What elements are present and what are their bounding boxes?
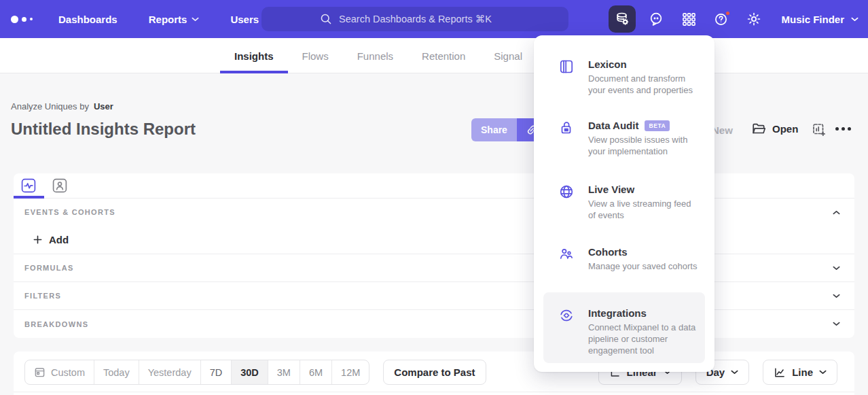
compare-to-past-button[interactable]: Compare to Past	[383, 360, 486, 385]
data-management-dropdown: Lexicon Document and transform your even…	[534, 35, 715, 372]
menu-item-description: View a live streaming feed of events	[588, 198, 698, 221]
section-events-cohorts[interactable]: EVENTS & COHORTS	[14, 199, 854, 226]
nav-item-reports[interactable]: Reports	[149, 14, 200, 25]
chart-type-label: Line	[792, 366, 813, 378]
lock-icon	[558, 120, 575, 157]
compare-label: Compare to Past	[394, 366, 475, 378]
more-options-button[interactable]	[835, 127, 851, 131]
menu-item-text: Cohorts Manage your saved cohorts	[588, 246, 697, 272]
chevron-down-icon	[833, 294, 840, 298]
section-breakdowns[interactable]: BREAKDOWNS	[14, 309, 854, 338]
chart-type-dropdown[interactable]: Line	[763, 360, 837, 385]
add-event-button[interactable]: Add	[14, 226, 854, 254]
section-label: EVENTS & COHORTS	[24, 208, 115, 216]
nav-item-users[interactable]: Users	[230, 14, 259, 25]
analyze-entity-selector[interactable]: User	[94, 101, 113, 111]
menu-item-live-view[interactable]: Live View View a live streaming feed of …	[543, 175, 705, 229]
chevron-down-icon	[731, 370, 738, 375]
menu-item-cohorts[interactable]: Cohorts Manage your saved cohorts	[543, 238, 705, 280]
app-root: Dashboards Reports Users	[0, 0, 868, 395]
chart-toolbar-panel: Custom Today Yesterday 7D 30D 3M 6M 12M …	[14, 351, 854, 395]
apps-grid-button[interactable]	[676, 7, 701, 31]
nav-item-label: Reports	[149, 14, 187, 25]
menu-item-text: Data Audit BETA View possible issues wit…	[588, 120, 698, 157]
project-switcher[interactable]: Music Finder	[781, 14, 858, 25]
range-3m[interactable]: 3M	[268, 360, 300, 384]
menu-item-title: Integrations	[588, 307, 647, 319]
menu-item-integrations[interactable]: Integrations Connect Mixpanel to a data …	[543, 292, 705, 363]
range-label: 3M	[277, 367, 291, 378]
builder-icon-tabs	[14, 173, 854, 199]
menu-item-description: View possible issues with your implement…	[588, 134, 698, 157]
chevron-down-icon	[851, 17, 858, 22]
section-filters[interactable]: FILTERS	[14, 281, 854, 309]
range-label: Today	[103, 367, 130, 378]
query-builder-panel: EVENTS & COHORTS Add FORMULAS FILTERS BR…	[14, 173, 854, 338]
tab-retention[interactable]: Retention	[408, 38, 480, 73]
nav-item-dashboards[interactable]: Dashboards	[58, 14, 117, 25]
menu-item-data-audit[interactable]: Data Audit BETA View possible issues wit…	[543, 111, 705, 165]
search-input[interactable]	[339, 14, 510, 24]
tab-flows[interactable]: Flows	[288, 38, 343, 73]
folder-icon	[751, 121, 766, 136]
lexicon-book-icon	[558, 58, 575, 96]
nav-item-label: Dashboards	[58, 14, 117, 25]
tab-signal[interactable]: Signal	[480, 38, 537, 73]
data-management-button[interactable]	[609, 5, 636, 33]
grid-icon	[682, 12, 696, 27]
board-plus-icon	[812, 122, 827, 137]
share-button[interactable]: Share	[471, 118, 517, 141]
people-icon	[558, 246, 575, 272]
chevron-down-icon	[192, 17, 199, 22]
report-title[interactable]: Untitled Insights Report	[11, 120, 196, 139]
range-custom[interactable]: Custom	[25, 360, 94, 384]
global-search[interactable]	[261, 7, 568, 31]
share-label: Share	[481, 124, 507, 135]
range-7d[interactable]: 7D	[201, 360, 232, 384]
user-icon	[52, 178, 67, 193]
range-6m[interactable]: 6M	[300, 360, 332, 384]
menu-item-title: Cohorts	[588, 246, 628, 258]
menu-item-description: Document and transform your events and p…	[588, 73, 698, 96]
tab-user-profiles[interactable]	[52, 178, 67, 193]
range-12m[interactable]: 12M	[332, 360, 369, 384]
mixpanel-logo-icon[interactable]	[11, 16, 33, 23]
messages-button[interactable]	[644, 7, 668, 31]
chat-bubble-icon	[649, 12, 664, 27]
section-formulas[interactable]: FORMULAS	[14, 254, 854, 281]
help-button[interactable]	[709, 7, 734, 31]
tab-funnels[interactable]: Funnels	[343, 38, 408, 73]
section-label: BREAKDOWNS	[24, 320, 88, 328]
project-name: Music Finder	[781, 14, 844, 25]
new-report-button[interactable]: New	[712, 124, 733, 136]
add-to-board-button[interactable]	[812, 122, 827, 137]
tab-events-metrics[interactable]	[21, 178, 36, 193]
range-today[interactable]: Today	[94, 360, 139, 384]
settings-button[interactable]	[742, 7, 766, 31]
nav-right-cluster: Music Finder	[609, 0, 858, 38]
chevron-up-icon	[833, 210, 840, 215]
search-icon	[320, 13, 332, 25]
range-30d[interactable]: 30D	[232, 360, 268, 384]
date-range-cluster: Custom Today Yesterday 7D 30D 3M 6M 12M …	[24, 360, 486, 385]
menu-item-lexicon[interactable]: Lexicon Document and transform your even…	[543, 50, 705, 104]
menu-item-description: Manage your saved cohorts	[588, 260, 697, 272]
menu-item-title: Data Audit	[588, 120, 638, 131]
calendar-icon	[34, 366, 46, 378]
range-label: 30D	[240, 367, 259, 378]
plus-icon	[33, 235, 43, 245]
tab-insights[interactable]: Insights	[220, 38, 288, 73]
range-label: Custom	[51, 367, 85, 378]
range-label: Yesterday	[148, 367, 192, 378]
open-report-button[interactable]: Open	[751, 121, 798, 136]
primary-nav: Dashboards Reports Users	[58, 14, 259, 25]
nav-item-label: Users	[230, 14, 259, 25]
add-label: Add	[49, 234, 69, 245]
open-label: Open	[772, 123, 798, 135]
chevron-down-icon	[833, 322, 840, 326]
range-label: 6M	[309, 367, 323, 378]
chevron-down-icon	[833, 266, 840, 271]
range-yesterday[interactable]: Yesterday	[139, 360, 201, 384]
globe-icon	[558, 184, 575, 221]
analyze-prefix: Analyze Uniques by	[11, 101, 89, 111]
